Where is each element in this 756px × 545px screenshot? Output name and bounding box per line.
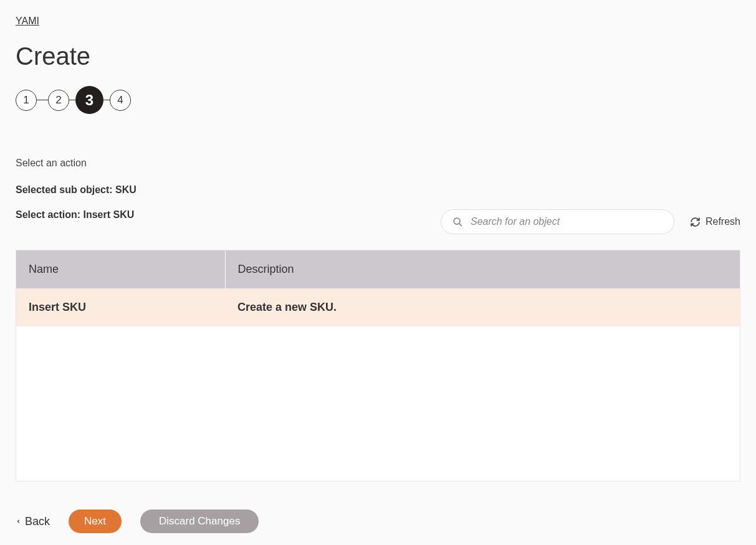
step-connector bbox=[69, 100, 75, 100]
svg-line-1 bbox=[459, 223, 462, 225]
select-action-label: Select action: Insert SKU bbox=[16, 209, 134, 220]
step-connector bbox=[103, 100, 110, 100]
step-3[interactable]: 3 bbox=[75, 86, 103, 114]
back-button[interactable]: Back bbox=[16, 515, 50, 528]
chevron-left-icon bbox=[16, 517, 21, 526]
table-row[interactable]: Insert SKU Create a new SKU. bbox=[16, 288, 740, 326]
table-cell-description: Create a new SKU. bbox=[225, 288, 740, 326]
search-icon bbox=[452, 217, 463, 227]
next-button[interactable]: Next bbox=[69, 509, 122, 533]
table-header-description: Description bbox=[225, 250, 740, 288]
refresh-icon bbox=[690, 217, 701, 227]
back-label: Back bbox=[25, 515, 50, 528]
discard-changes-button[interactable]: Discard Changes bbox=[140, 509, 259, 533]
stepper: 1 2 3 4 bbox=[16, 86, 740, 114]
footer-buttons: Back Next Discard Changes bbox=[16, 509, 740, 533]
action-table: Name Description Insert SKU Create a new… bbox=[16, 250, 740, 481]
search-box[interactable] bbox=[441, 209, 674, 234]
step-connector bbox=[37, 100, 48, 100]
step-1[interactable]: 1 bbox=[16, 90, 37, 111]
table-cell-name: Insert SKU bbox=[16, 288, 225, 326]
refresh-label: Refresh bbox=[706, 216, 740, 227]
step-4[interactable]: 4 bbox=[110, 90, 131, 111]
page-title: Create bbox=[16, 42, 740, 70]
table-header-name: Name bbox=[16, 250, 225, 288]
svg-point-0 bbox=[454, 218, 460, 224]
breadcrumb[interactable]: YAMI bbox=[16, 16, 39, 27]
step-2[interactable]: 2 bbox=[48, 90, 69, 111]
search-input[interactable] bbox=[471, 216, 663, 227]
selected-sub-object-label: Selected sub object: SKU bbox=[16, 184, 740, 196]
refresh-button[interactable]: Refresh bbox=[690, 216, 740, 227]
instruction-text: Select an action bbox=[16, 158, 740, 169]
